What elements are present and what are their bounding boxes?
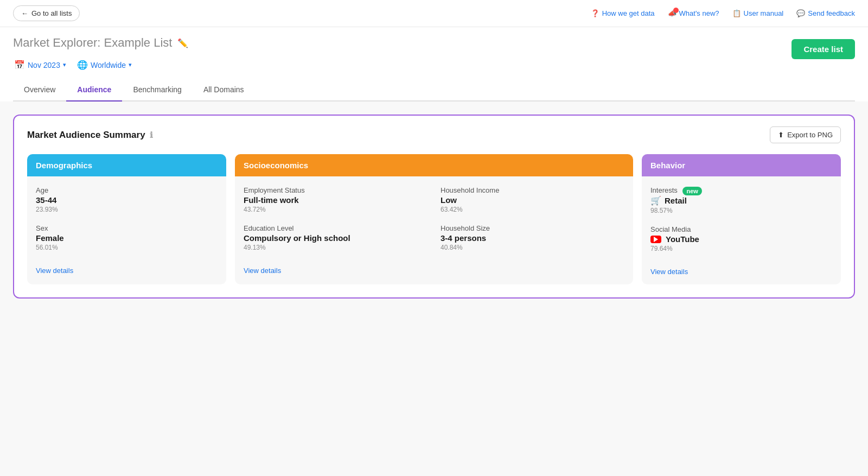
tab-all-domains[interactable]: All Domains bbox=[193, 79, 255, 101]
interests-label: Interests new bbox=[650, 186, 832, 194]
social-media-value-row: YouTube bbox=[650, 234, 832, 244]
cart-icon: 🛒 bbox=[650, 195, 661, 206]
employment-label: Employment Status bbox=[244, 186, 427, 194]
sex-value: Female bbox=[36, 233, 218, 243]
date-filter[interactable]: 📅 Nov 2023 ▾ bbox=[13, 58, 67, 72]
education-value: Compulsory or High school bbox=[244, 233, 427, 243]
send-feedback-label: Send feedback bbox=[808, 9, 855, 17]
export-png-button[interactable]: ⬆ Export to PNG bbox=[770, 126, 841, 143]
age-value: 35-44 bbox=[36, 195, 218, 205]
send-feedback-link[interactable]: 💬 Send feedback bbox=[796, 9, 855, 17]
tabs-row: Overview Audience Benchmarking All Domai… bbox=[13, 79, 855, 101]
demographics-column: Demographics Age 35-44 23.93% Sex Female… bbox=[27, 154, 226, 284]
sex-label: Sex bbox=[36, 224, 218, 232]
age-percent: 23.93% bbox=[36, 206, 218, 213]
education-stat: Education Level Compulsory or High schoo… bbox=[244, 224, 427, 251]
social-media-value: YouTube bbox=[666, 234, 699, 244]
employment-percent: 43.72% bbox=[244, 206, 427, 213]
date-chevron-icon: ▾ bbox=[63, 61, 66, 68]
socio-right: Household Income Low 63.42% Household Si… bbox=[441, 186, 624, 262]
age-label: Age bbox=[36, 186, 218, 194]
top-nav-bar: ← Go to all lists ❓ How we get data 📣 Wh… bbox=[0, 0, 868, 27]
how-we-get-data-label: How we get data bbox=[602, 9, 655, 17]
whats-new-link[interactable]: 📣 What's new? bbox=[668, 9, 719, 17]
socioeconomics-column: Socioeconomics Employment Status Full-ti… bbox=[235, 154, 633, 284]
sex-stat: Sex Female 56.01% bbox=[36, 224, 218, 251]
employment-value: Full-time work bbox=[244, 195, 427, 205]
feedback-icon: 💬 bbox=[796, 9, 805, 17]
main-content: Market Audience Summary ℹ ⬆ Export to PN… bbox=[0, 101, 868, 312]
social-media-percent: 79.64% bbox=[650, 245, 832, 252]
date-filter-label: Nov 2023 bbox=[28, 61, 60, 69]
household-size-stat: Household Size 3-4 persons 40.84% bbox=[441, 224, 624, 251]
user-manual-link[interactable]: 📋 User manual bbox=[732, 9, 784, 17]
tab-overview[interactable]: Overview bbox=[13, 79, 66, 101]
user-manual-label: User manual bbox=[744, 9, 784, 17]
behavior-header: Behavior bbox=[642, 154, 841, 176]
interests-value: Retail bbox=[665, 196, 687, 205]
geo-chevron-icon: ▾ bbox=[129, 61, 132, 68]
employment-stat: Employment Status Full-time work 43.72% bbox=[244, 186, 427, 213]
summary-card-header: Market Audience Summary ℹ ⬆ Export to PN… bbox=[27, 126, 841, 143]
page-header: Market Explorer: Example List ✏️ 📅 Nov 2… bbox=[0, 27, 868, 101]
education-percent: 49.13% bbox=[244, 244, 427, 251]
household-size-label: Household Size bbox=[441, 224, 624, 232]
tab-audience[interactable]: Audience bbox=[66, 79, 122, 101]
summary-title-text: Market Audience Summary bbox=[27, 130, 145, 141]
geo-filter[interactable]: 🌐 Worldwide ▾ bbox=[76, 58, 133, 72]
interests-value-row: 🛒 Retail bbox=[650, 195, 832, 206]
back-button[interactable]: ← Go to all lists bbox=[13, 5, 80, 21]
behavior-header-label: Behavior bbox=[650, 161, 685, 170]
manual-icon: 📋 bbox=[732, 9, 741, 17]
whats-new-wrapper: 📣 bbox=[668, 9, 676, 17]
household-income-label: Household Income bbox=[441, 186, 624, 194]
household-income-value: Low bbox=[441, 195, 624, 205]
question-icon: ❓ bbox=[591, 9, 599, 17]
export-label: Export to PNG bbox=[787, 131, 833, 139]
filters-row: 📅 Nov 2023 ▾ 🌐 Worldwide ▾ bbox=[13, 58, 188, 72]
new-badge: new bbox=[682, 187, 701, 195]
market-audience-summary-card: Market Audience Summary ℹ ⬆ Export to PN… bbox=[13, 115, 855, 299]
education-label: Education Level bbox=[244, 224, 427, 232]
geo-filter-label: Worldwide bbox=[91, 61, 126, 69]
socioeconomics-header-label: Socioeconomics bbox=[244, 161, 308, 170]
socio-left: Employment Status Full-time work 43.72% … bbox=[244, 186, 427, 262]
back-arrow-icon: ← bbox=[21, 9, 28, 17]
socioeconomics-view-details[interactable]: View details bbox=[244, 266, 624, 275]
social-media-stat: Social Media YouTube 79.64% bbox=[650, 225, 832, 252]
household-size-value: 3-4 persons bbox=[441, 233, 624, 243]
whats-new-label: What's new? bbox=[679, 9, 719, 17]
summary-card-title: Market Audience Summary ℹ bbox=[27, 130, 153, 141]
socioeconomics-header: Socioeconomics bbox=[235, 154, 633, 176]
top-nav-right: ❓ How we get data 📣 What's new? 📋 User m… bbox=[591, 9, 855, 17]
household-income-stat: Household Income Low 63.42% bbox=[441, 186, 624, 213]
youtube-icon bbox=[650, 236, 661, 243]
youtube-play-triangle bbox=[654, 237, 658, 242]
summary-columns: Demographics Age 35-44 23.93% Sex Female… bbox=[27, 154, 841, 284]
behavior-column: Behavior Interests new 🛒 Retail 98.57% bbox=[642, 154, 841, 284]
socioeconomics-grid: Employment Status Full-time work 43.72% … bbox=[244, 186, 624, 262]
demographics-header: Demographics bbox=[27, 154, 226, 176]
edit-icon[interactable]: ✏️ bbox=[177, 38, 188, 48]
household-income-percent: 63.42% bbox=[441, 206, 624, 213]
sex-percent: 56.01% bbox=[36, 244, 218, 251]
socioeconomics-body: Employment Status Full-time work 43.72% … bbox=[235, 176, 633, 283]
tab-benchmarking[interactable]: Benchmarking bbox=[122, 79, 193, 101]
page-title-row: Market Explorer: Example List ✏️ bbox=[13, 36, 188, 50]
notification-dot bbox=[673, 8, 679, 13]
calendar-icon: 📅 bbox=[14, 60, 25, 70]
how-we-get-data-link[interactable]: ❓ How we get data bbox=[591, 9, 655, 17]
info-icon[interactable]: ℹ bbox=[150, 130, 153, 140]
demographics-header-label: Demographics bbox=[36, 161, 92, 170]
create-list-button[interactable]: Create list bbox=[792, 39, 855, 59]
age-stat: Age 35-44 23.93% bbox=[36, 186, 218, 213]
household-size-percent: 40.84% bbox=[441, 244, 624, 251]
behavior-body: Interests new 🛒 Retail 98.57% Social Med… bbox=[642, 176, 841, 284]
top-nav-left: ← Go to all lists bbox=[13, 5, 80, 21]
demographics-body: Age 35-44 23.93% Sex Female 56.01% View … bbox=[27, 176, 226, 283]
demographics-view-details[interactable]: View details bbox=[36, 266, 218, 275]
behavior-view-details[interactable]: View details bbox=[650, 268, 832, 276]
social-media-label: Social Media bbox=[650, 225, 832, 233]
interests-percent: 98.57% bbox=[650, 207, 832, 214]
upload-icon: ⬆ bbox=[778, 131, 784, 139]
